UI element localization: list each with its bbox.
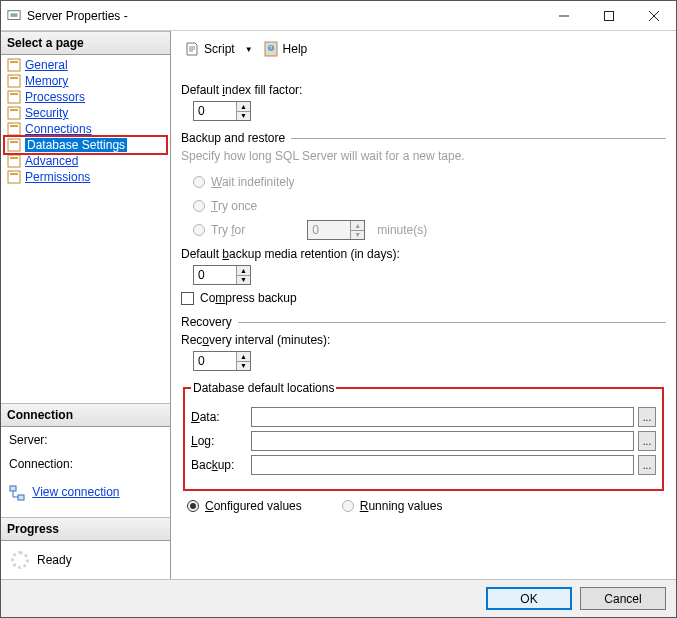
backup-path-input[interactable]: [251, 455, 634, 475]
page-icon: [7, 58, 21, 72]
log-path-input[interactable]: [251, 431, 634, 451]
configured-values-radio[interactable]: Configured values: [187, 499, 302, 513]
close-button[interactable]: [631, 1, 676, 30]
page-icon: [7, 90, 21, 104]
wait-indefinitely-radio: Wait indefinitely: [193, 171, 666, 193]
svg-rect-17: [10, 141, 18, 143]
svg-rect-11: [10, 93, 18, 95]
svg-text:?: ?: [269, 45, 272, 51]
svg-rect-20: [8, 171, 20, 183]
data-browse-button[interactable]: ...: [638, 407, 656, 427]
svg-rect-19: [10, 157, 18, 159]
sidebar-item-connections[interactable]: Connections: [5, 121, 166, 137]
svg-rect-1: [11, 13, 18, 17]
svg-rect-3: [604, 11, 613, 20]
minimize-icon: [559, 11, 569, 21]
recovery-interval-input[interactable]: [194, 352, 236, 370]
log-browse-button[interactable]: ...: [638, 431, 656, 451]
svg-rect-14: [8, 123, 20, 135]
try-for-radio: Try for ▲▼ minute(s): [193, 219, 666, 241]
compress-backup-checkbox[interactable]: Compress backup: [181, 291, 666, 305]
page-list: General Memory Processors Security Conne…: [5, 57, 166, 185]
database-default-locations-group: Database default locations Data: ... Log…: [183, 381, 664, 491]
svg-rect-18: [8, 155, 20, 167]
log-label: Log:: [191, 434, 247, 448]
stepper-up-icon[interactable]: ▲: [237, 102, 250, 112]
help-icon: ?: [263, 41, 279, 57]
ok-button[interactable]: OK: [486, 587, 572, 610]
stepper-up-icon[interactable]: ▲: [237, 352, 250, 362]
app-icon: [7, 9, 21, 23]
page-icon: [7, 74, 21, 88]
running-values-radio[interactable]: Running values: [342, 499, 443, 513]
svg-rect-23: [18, 495, 24, 500]
svg-rect-12: [8, 107, 20, 119]
maximize-icon: [604, 11, 614, 21]
backup-hint: Specify how long SQL Server will wait fo…: [181, 149, 666, 163]
svg-rect-10: [8, 91, 20, 103]
help-button[interactable]: ? Help: [260, 39, 311, 59]
titlebar: Server Properties -: [1, 1, 676, 31]
progress-header: Progress: [1, 517, 170, 541]
svg-rect-13: [10, 109, 18, 111]
sidebar-item-memory[interactable]: Memory: [5, 73, 166, 89]
fill-factor-label: Default index fill factor:: [181, 83, 666, 97]
select-page-header: Select a page: [1, 31, 170, 55]
svg-rect-8: [8, 75, 20, 87]
sidebar-item-advanced[interactable]: Advanced: [5, 153, 166, 169]
try-once-radio: Try once: [193, 195, 666, 217]
svg-rect-16: [8, 139, 20, 151]
sidebar: Select a page General Memory Processors …: [1, 31, 171, 579]
main-panel: Script ▼ ? Help Default index fill facto…: [171, 31, 676, 579]
stepper-down-icon[interactable]: ▼: [237, 362, 250, 371]
try-for-input: [308, 221, 350, 239]
sidebar-item-general[interactable]: General: [5, 57, 166, 73]
cancel-button[interactable]: Cancel: [580, 587, 666, 610]
media-retention-stepper[interactable]: ▲▼: [193, 265, 251, 285]
data-label: Data:: [191, 410, 247, 424]
server-label: Server:: [9, 433, 162, 447]
network-icon: [9, 485, 25, 501]
backup-restore-header: Backup and restore: [181, 131, 285, 145]
svg-rect-21: [10, 173, 18, 175]
view-connection-link[interactable]: View connection: [32, 485, 119, 499]
media-retention-input[interactable]: [194, 266, 236, 284]
fill-factor-input[interactable]: [194, 102, 236, 120]
page-icon: [7, 122, 21, 136]
stepper-up-icon[interactable]: ▲: [237, 266, 250, 276]
recovery-interval-label: Recovery interval (minutes):: [181, 333, 666, 347]
locations-header: Database default locations: [191, 381, 336, 395]
script-button[interactable]: Script: [181, 39, 238, 59]
sidebar-item-permissions[interactable]: Permissions: [5, 169, 166, 185]
window-title: Server Properties -: [27, 9, 541, 23]
fill-factor-stepper[interactable]: ▲▼: [193, 101, 251, 121]
svg-rect-15: [10, 125, 18, 127]
close-icon: [649, 11, 659, 21]
svg-rect-6: [8, 59, 20, 71]
connection-label: Connection:: [9, 457, 162, 471]
sidebar-item-database-settings[interactable]: Database Settings: [5, 137, 166, 153]
page-icon: [7, 106, 21, 120]
sidebar-item-security[interactable]: Security: [5, 105, 166, 121]
progress-status: Ready: [37, 553, 72, 567]
svg-rect-22: [10, 486, 16, 491]
maximize-button[interactable]: [586, 1, 631, 30]
sidebar-item-processors[interactable]: Processors: [5, 89, 166, 105]
backup-browse-button[interactable]: ...: [638, 455, 656, 475]
script-dropdown-icon[interactable]: ▼: [242, 45, 256, 54]
svg-rect-7: [10, 61, 18, 63]
stepper-down-icon[interactable]: ▼: [237, 276, 250, 285]
stepper-down-icon[interactable]: ▼: [237, 112, 250, 121]
recovery-header: Recovery: [181, 315, 232, 329]
recovery-interval-stepper[interactable]: ▲▼: [193, 351, 251, 371]
page-icon: [7, 154, 21, 168]
connection-header: Connection: [1, 403, 170, 427]
footer: OK Cancel: [1, 579, 676, 617]
page-icon: [7, 138, 21, 152]
minimize-button[interactable]: [541, 1, 586, 30]
script-icon: [184, 41, 200, 57]
data-path-input[interactable]: [251, 407, 634, 427]
backup-label: Backup:: [191, 458, 247, 472]
page-icon: [7, 170, 21, 184]
media-retention-label: Default backup media retention (in days)…: [181, 247, 666, 261]
